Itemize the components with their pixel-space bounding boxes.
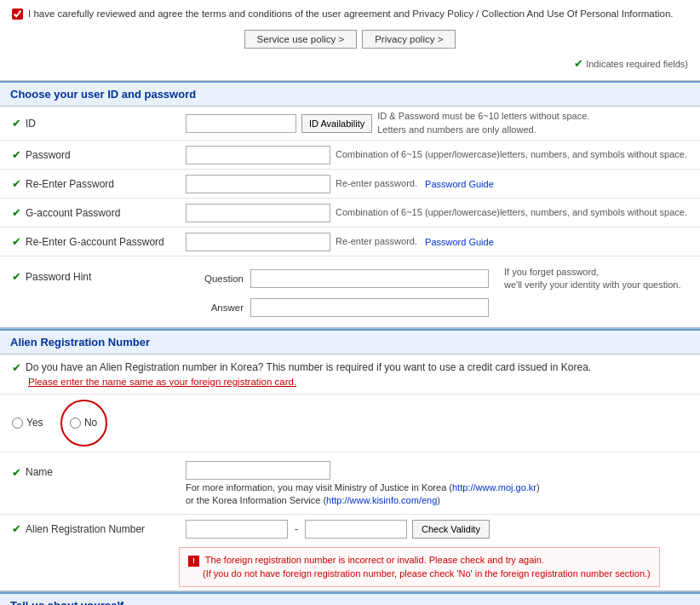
alien-notice-row: ✔ Do you have an Alien Registration numb… <box>0 354 700 395</box>
required-note: ✔ Indicates required fields) <box>12 54 688 72</box>
gaccount-input-cell: Combination of 6~15 (upper/lowercase)let… <box>179 200 700 226</box>
gaccount-password-input[interactable] <box>186 204 330 222</box>
reenter-password-required-icon: ✔ <box>12 177 21 190</box>
id-required-icon: ✔ <box>12 117 21 130</box>
alien-reg-input-part1[interactable] <box>186 520 288 539</box>
alien-name-hint2: or the Korea Information Service (http:/… <box>186 495 693 505</box>
password-input[interactable] <box>186 146 330 164</box>
question-input[interactable] <box>250 269 489 288</box>
id-input-cell: ID Availability ID & Password must be 6~… <box>179 107 700 140</box>
password-hint-inputs: Question If you forget password,we'll ve… <box>179 260 700 324</box>
alien-section: Alien Registration Number ✔ Do you have … <box>0 329 700 592</box>
privacy-policy-button[interactable]: Privacy policy > <box>362 30 456 49</box>
alien-sub-text: Please enter the name same as your forei… <box>28 377 688 387</box>
reenter-password-hint: Re-enter password. <box>336 177 420 190</box>
alien-name-input-area: For more information, you may visit Mini… <box>179 458 700 509</box>
agreement-section: I have carefully reviewed and agree the … <box>0 0 700 81</box>
alien-reg-num-row: ✔ Alien Registration Number - Check Vali… <box>0 515 700 591</box>
password-hint-label: ✔ Password Hint <box>0 265 179 288</box>
password-required-icon: ✔ <box>12 148 21 161</box>
tell-section: Tell us about yourself ✔ English & Korea… <box>0 592 700 605</box>
reenter-password-row: ✔ Re-Enter Password Re-enter password. P… <box>0 170 700 199</box>
question-subrow: Question If you forget password,we'll ve… <box>186 263 693 295</box>
alien-yes-radio[interactable] <box>12 418 23 429</box>
alien-name-input[interactable] <box>186 461 330 480</box>
id-row: ✔ ID ID Availability ID & Password must … <box>0 107 700 141</box>
password-hint-row: ✔ Password Hint Question If you forget p… <box>0 256 700 327</box>
password-hint-hint: If you forget password,we'll verify your… <box>504 266 681 292</box>
answer-input[interactable] <box>250 298 489 317</box>
alien-no-option[interactable]: No <box>70 417 97 429</box>
alien-radio-row: Yes No <box>0 395 700 452</box>
reenter-gaccount-required-icon: ✔ <box>12 235 21 248</box>
alien-section-header: Alien Registration Number <box>0 329 700 354</box>
required-dot-icon: ✔ <box>574 57 583 70</box>
alien-name-row: ✔ Name For more information, you may vis… <box>0 452 700 515</box>
password-guide-link-1[interactable]: Password Guide <box>425 179 494 189</box>
alien-reg-input-cell: - Check Validity <box>179 516 700 542</box>
reenter-password-input-cell: Re-enter password. Password Guide <box>179 171 700 197</box>
alien-reg-required-icon: ✔ <box>12 522 21 535</box>
alien-reg-label: ✔ Alien Registration Number <box>0 517 179 540</box>
alien-reg-dash: - <box>295 523 298 535</box>
alien-reg-input-part2[interactable] <box>305 520 407 539</box>
password-input-cell: Combination of 6~15 (upper/lowercase)let… <box>179 142 700 168</box>
gaccount-password-row: ✔ G-account Password Combination of 6~15… <box>0 199 700 228</box>
service-policy-button[interactable]: Service use policy > <box>244 30 358 49</box>
alien-main-text: ✔ Do you have an Alien Registration numb… <box>12 361 688 374</box>
user-id-section: Choose your user ID and password ✔ ID ID… <box>0 81 700 329</box>
alien-name-required-icon: ✔ <box>12 466 21 479</box>
answer-label: Answer <box>192 302 244 313</box>
gaccount-required-icon: ✔ <box>12 206 21 219</box>
gaccount-hint: Combination of 6~15 (upper/lowercase)let… <box>336 206 687 219</box>
question-label: Question <box>192 274 244 284</box>
reenter-gaccount-label: ✔ Re-Enter G-account Password <box>0 230 179 253</box>
answer-subrow: Answer <box>186 295 693 320</box>
required-note-text: Indicates required fields) <box>586 59 688 69</box>
password-label: ✔ Password <box>0 143 179 166</box>
id-input[interactable] <box>186 114 296 133</box>
id-availability-button[interactable]: ID Availability <box>301 114 372 133</box>
alien-yes-option[interactable]: Yes <box>12 417 43 429</box>
policy-buttons-row: Service use policy > Privacy policy > <box>12 30 688 49</box>
alien-name-hint1: For more information, you may visit Mini… <box>186 482 693 493</box>
alien-error-box: ! The foreign registration number is inc… <box>179 547 660 587</box>
reenter-gaccount-row: ✔ Re-Enter G-account Password Re-enter p… <box>0 228 700 256</box>
agreement-checkbox[interactable] <box>12 9 23 20</box>
reenter-password-label: ✔ Re-Enter Password <box>0 172 179 195</box>
id-hint: ID & Password must be 6~10 letters witho… <box>377 110 589 136</box>
password-guide-link-2[interactable]: Password Guide <box>425 237 494 247</box>
alien-no-radio[interactable] <box>70 418 81 429</box>
password-hint: Combination of 6~15 (upper/lowercase)let… <box>336 148 687 161</box>
agreement-text: I have carefully reviewed and agree the … <box>28 7 673 21</box>
reenter-gaccount-input[interactable] <box>186 233 330 251</box>
check-validity-button[interactable]: Check Validity <box>412 520 490 539</box>
alien-no-circle: No <box>60 400 107 447</box>
id-label: ✔ ID <box>0 112 179 135</box>
alien-name-label: ✔ Name <box>0 461 179 484</box>
reenter-gaccount-hint: Re-enter password. <box>336 235 420 248</box>
moj-link[interactable]: http://www.moj.go.kr <box>452 482 536 493</box>
alien-notice-icon: ✔ <box>12 361 21 374</box>
password-row: ✔ Password Combination of 6~15 (upper/lo… <box>0 141 700 170</box>
reenter-gaccount-input-cell: Re-enter password. Password Guide <box>179 229 700 255</box>
password-hint-required-icon: ✔ <box>12 270 21 283</box>
alien-reg-input-row: ✔ Alien Registration Number - Check Vali… <box>0 515 700 544</box>
gaccount-password-label: ✔ G-account Password <box>0 201 179 224</box>
kisinfo-link[interactable]: http://www.kisinfo.com/eng <box>326 495 437 505</box>
tell-section-header: Tell us about yourself <box>0 592 700 605</box>
agreement-text-row: I have carefully reviewed and agree the … <box>12 7 688 21</box>
reenter-password-input[interactable] <box>186 175 330 193</box>
error-icon: ! <box>188 556 199 567</box>
user-id-section-header: Choose your user ID and password <box>0 81 700 107</box>
